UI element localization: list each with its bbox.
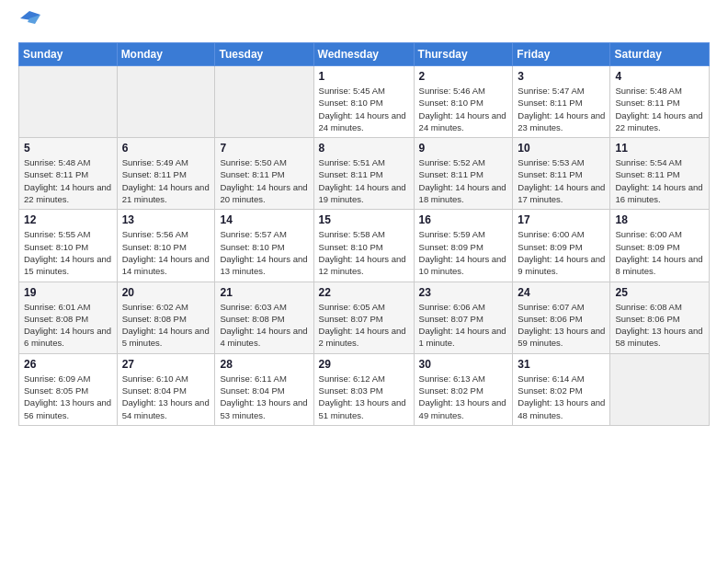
calendar-cell: 26Sunrise: 6:09 AM Sunset: 8:05 PM Dayli… — [19, 353, 118, 425]
calendar-cell: 17Sunrise: 6:00 AM Sunset: 8:09 PM Dayli… — [513, 210, 610, 282]
header — [18, 15, 710, 33]
calendar-cell: 15Sunrise: 5:58 AM Sunset: 8:10 PM Dayli… — [313, 210, 414, 282]
calendar-cell: 1Sunrise: 5:45 AM Sunset: 8:10 PM Daylig… — [313, 66, 414, 138]
day-number: 8 — [319, 142, 409, 155]
day-info: Sunrise: 5:57 AM Sunset: 8:10 PM Dayligh… — [220, 228, 308, 277]
day-info: Sunrise: 6:14 AM Sunset: 8:02 PM Dayligh… — [518, 373, 605, 421]
day-number: 5 — [24, 142, 112, 155]
day-number: 17 — [518, 213, 605, 226]
day-info: Sunrise: 6:00 AM Sunset: 8:09 PM Dayligh… — [518, 228, 605, 277]
day-info: Sunrise: 6:08 AM Sunset: 8:06 PM Dayligh… — [615, 301, 704, 350]
day-number: 2 — [419, 70, 508, 83]
day-number: 16 — [419, 213, 508, 226]
day-info: Sunrise: 6:03 AM Sunset: 8:08 PM Dayligh… — [220, 301, 308, 350]
day-number: 6 — [122, 142, 210, 155]
calendar-header: SundayMondayTuesdayWednesdayThursdayFrid… — [19, 43, 710, 66]
day-info: Sunrise: 6:13 AM Sunset: 8:02 PM Dayligh… — [419, 373, 508, 421]
day-info: Sunrise: 5:52 AM Sunset: 8:11 PM Dayligh… — [419, 156, 508, 205]
day-number: 23 — [419, 286, 508, 299]
day-info: Sunrise: 6:02 AM Sunset: 8:08 PM Dayligh… — [122, 301, 210, 350]
calendar-cell: 22Sunrise: 6:05 AM Sunset: 8:07 PM Dayli… — [313, 282, 414, 353]
calendar-cell: 12Sunrise: 5:55 AM Sunset: 8:10 PM Dayli… — [19, 210, 118, 282]
day-info: Sunrise: 5:51 AM Sunset: 8:11 PM Dayligh… — [319, 156, 409, 205]
day-info: Sunrise: 5:48 AM Sunset: 8:11 PM Dayligh… — [615, 85, 704, 133]
day-number: 24 — [518, 286, 605, 299]
calendar-cell: 28Sunrise: 6:11 AM Sunset: 8:04 PM Dayli… — [215, 353, 313, 425]
day-info: Sunrise: 5:50 AM Sunset: 8:11 PM Dayligh… — [220, 156, 308, 205]
calendar-cell: 4Sunrise: 5:48 AM Sunset: 8:11 PM Daylig… — [610, 66, 710, 138]
weekday-row: SundayMondayTuesdayWednesdayThursdayFrid… — [19, 43, 710, 66]
calendar-week-row: 1Sunrise: 5:45 AM Sunset: 8:10 PM Daylig… — [19, 66, 710, 138]
day-number: 26 — [24, 358, 112, 371]
day-info: Sunrise: 5:55 AM Sunset: 8:10 PM Dayligh… — [24, 228, 112, 277]
calendar-week-row: 19Sunrise: 6:01 AM Sunset: 8:08 PM Dayli… — [19, 282, 710, 353]
day-info: Sunrise: 6:00 AM Sunset: 8:09 PM Dayligh… — [615, 228, 704, 277]
day-number: 27 — [122, 358, 210, 371]
logo — [18, 15, 40, 33]
weekday-header-friday: Friday — [513, 43, 610, 66]
day-info: Sunrise: 5:49 AM Sunset: 8:11 PM Dayligh… — [122, 156, 210, 205]
calendar-cell: 24Sunrise: 6:07 AM Sunset: 8:06 PM Dayli… — [513, 282, 610, 353]
day-info: Sunrise: 6:01 AM Sunset: 8:08 PM Dayligh… — [24, 301, 112, 350]
day-info: Sunrise: 6:06 AM Sunset: 8:07 PM Dayligh… — [419, 301, 508, 350]
calendar-cell: 16Sunrise: 5:59 AM Sunset: 8:09 PM Dayli… — [414, 210, 513, 282]
day-info: Sunrise: 6:10 AM Sunset: 8:04 PM Dayligh… — [122, 373, 210, 421]
calendar-cell: 21Sunrise: 6:03 AM Sunset: 8:08 PM Dayli… — [215, 282, 313, 353]
day-number: 3 — [518, 70, 605, 83]
calendar-cell: 29Sunrise: 6:12 AM Sunset: 8:03 PM Dayli… — [313, 353, 414, 425]
weekday-header-thursday: Thursday — [414, 43, 513, 66]
calendar-week-row: 26Sunrise: 6:09 AM Sunset: 8:05 PM Dayli… — [19, 353, 710, 425]
calendar-cell: 18Sunrise: 6:00 AM Sunset: 8:09 PM Dayli… — [610, 210, 710, 282]
day-number: 21 — [220, 286, 308, 299]
day-number: 9 — [419, 142, 508, 155]
day-number: 18 — [615, 213, 704, 226]
day-info: Sunrise: 5:56 AM Sunset: 8:10 PM Dayligh… — [122, 228, 210, 277]
day-number: 1 — [319, 70, 409, 83]
calendar-cell: 7Sunrise: 5:50 AM Sunset: 8:11 PM Daylig… — [215, 138, 313, 210]
day-info: Sunrise: 6:05 AM Sunset: 8:07 PM Dayligh… — [319, 301, 409, 350]
day-number: 28 — [220, 358, 308, 371]
day-number: 20 — [122, 286, 210, 299]
weekday-header-saturday: Saturday — [610, 43, 710, 66]
day-info: Sunrise: 5:46 AM Sunset: 8:10 PM Dayligh… — [419, 85, 508, 133]
calendar-cell: 25Sunrise: 6:08 AM Sunset: 8:06 PM Dayli… — [610, 282, 710, 353]
weekday-header-sunday: Sunday — [19, 43, 118, 66]
weekday-header-monday: Monday — [117, 43, 215, 66]
day-number: 29 — [319, 358, 409, 371]
day-number: 30 — [419, 358, 508, 371]
day-number: 31 — [518, 358, 605, 371]
calendar-cell — [215, 66, 313, 138]
calendar-cell: 2Sunrise: 5:46 AM Sunset: 8:10 PM Daylig… — [414, 66, 513, 138]
calendar-cell: 14Sunrise: 5:57 AM Sunset: 8:10 PM Dayli… — [215, 210, 313, 282]
weekday-header-tuesday: Tuesday — [215, 43, 313, 66]
day-info: Sunrise: 6:09 AM Sunset: 8:05 PM Dayligh… — [24, 373, 112, 421]
calendar-cell: 9Sunrise: 5:52 AM Sunset: 8:11 PM Daylig… — [414, 138, 513, 210]
day-info: Sunrise: 5:47 AM Sunset: 8:11 PM Dayligh… — [518, 85, 605, 133]
day-info: Sunrise: 5:48 AM Sunset: 8:11 PM Dayligh… — [24, 156, 112, 205]
calendar-cell: 19Sunrise: 6:01 AM Sunset: 8:08 PM Dayli… — [19, 282, 118, 353]
calendar-cell: 30Sunrise: 6:13 AM Sunset: 8:02 PM Dayli… — [414, 353, 513, 425]
calendar-cell — [610, 353, 710, 425]
calendar-cell: 10Sunrise: 5:53 AM Sunset: 8:11 PM Dayli… — [513, 138, 610, 210]
calendar-cell: 23Sunrise: 6:06 AM Sunset: 8:07 PM Dayli… — [414, 282, 513, 353]
calendar-cell — [117, 66, 215, 138]
calendar-cell: 8Sunrise: 5:51 AM Sunset: 8:11 PM Daylig… — [313, 138, 414, 210]
day-number: 13 — [122, 213, 210, 226]
calendar-cell: 27Sunrise: 6:10 AM Sunset: 8:04 PM Dayli… — [117, 353, 215, 425]
calendar-cell: 3Sunrise: 5:47 AM Sunset: 8:11 PM Daylig… — [513, 66, 610, 138]
calendar-cell — [19, 66, 118, 138]
day-info: Sunrise: 5:58 AM Sunset: 8:10 PM Dayligh… — [319, 228, 409, 277]
calendar-cell: 6Sunrise: 5:49 AM Sunset: 8:11 PM Daylig… — [117, 138, 215, 210]
day-number: 25 — [615, 286, 704, 299]
day-number: 12 — [24, 213, 112, 226]
day-number: 11 — [615, 142, 704, 155]
day-info: Sunrise: 6:11 AM Sunset: 8:04 PM Dayligh… — [220, 373, 308, 421]
calendar-cell: 31Sunrise: 6:14 AM Sunset: 8:02 PM Dayli… — [513, 353, 610, 425]
logo-bird-icon — [20, 11, 40, 26]
calendar-cell: 13Sunrise: 5:56 AM Sunset: 8:10 PM Dayli… — [117, 210, 215, 282]
day-number: 14 — [220, 213, 308, 226]
day-number: 7 — [220, 142, 308, 155]
day-number: 22 — [319, 286, 409, 299]
calendar-week-row: 12Sunrise: 5:55 AM Sunset: 8:10 PM Dayli… — [19, 210, 710, 282]
day-number: 10 — [518, 142, 605, 155]
